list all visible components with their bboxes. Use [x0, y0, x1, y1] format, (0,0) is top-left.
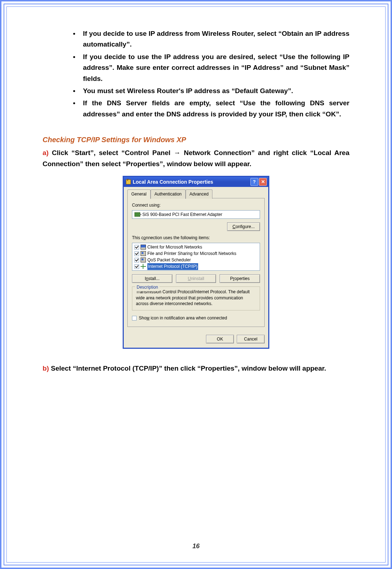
- list-item: If you decide to use IP address from Wir…: [73, 28, 349, 50]
- step-b: b) Select “Internet Protocol (TCP/IP)” t…: [43, 363, 349, 374]
- uninstall-button: Uninstall: [176, 274, 216, 283]
- list-item[interactable]: Client for Microsoft Networks: [132, 244, 260, 250]
- help-icon: ?: [253, 178, 256, 186]
- cancel-button[interactable]: Cancel: [237, 335, 265, 343]
- connect-using-label: Connect using:: [132, 202, 260, 209]
- checkbox-icon[interactable]: [134, 251, 139, 256]
- connection-items-list[interactable]: Client for Microsoft Networks File and P…: [132, 243, 260, 271]
- checkbox-icon[interactable]: [134, 245, 139, 250]
- item-label: File and Printer Sharing for Microsoft N…: [147, 250, 236, 257]
- section-heading: Checking TCP/IP Settings for Windows XP: [43, 134, 349, 145]
- step-b-label: b): [43, 365, 49, 372]
- description-text: Transmission Control Protocol/Internet P…: [136, 289, 256, 307]
- service-icon: [141, 251, 146, 256]
- connection-properties-dialog: Local Area Connection Properties ? ✕ Gen…: [123, 176, 269, 349]
- tab-authentication[interactable]: Authentication: [151, 189, 186, 199]
- list-item[interactable]: QoS Packet Scheduler: [132, 257, 260, 263]
- help-button[interactable]: ?: [250, 178, 258, 186]
- close-icon: ✕: [261, 178, 265, 186]
- item-label: Client for Microsoft Networks: [147, 244, 202, 251]
- ok-button[interactable]: OK: [206, 335, 234, 343]
- checkbox-icon[interactable]: [134, 264, 139, 269]
- adapter-name: SiS 900-Based PCI Fast Ethernet Adapter: [142, 211, 222, 218]
- page-outer-border: If you decide to use IP address from Wir…: [0, 0, 392, 569]
- item-label: Internet Protocol (TCP/IP): [147, 263, 198, 270]
- page-inner-border: If you decide to use IP address from Wir…: [6, 6, 386, 563]
- connection-icon: [126, 179, 131, 184]
- tab-advanced[interactable]: Advanced: [186, 189, 212, 199]
- dialog-title: Local Area Connection Properties: [133, 178, 213, 186]
- item-label: QoS Packet Scheduler: [147, 257, 191, 264]
- step-a: a) Click “Start”, select “Control Panel …: [43, 148, 349, 169]
- description-group: Description Transmission Control Protoco…: [132, 286, 260, 310]
- adapter-field[interactable]: SiS 900-Based PCI Fast Ethernet Adapter: [132, 210, 260, 219]
- page-mid-border: If you decide to use IP address from Wir…: [4, 4, 388, 565]
- list-item: If you decide to use the IP address you …: [73, 52, 349, 84]
- service-icon: [141, 257, 146, 262]
- close-button[interactable]: ✕: [259, 178, 267, 186]
- page-number: 16: [7, 543, 385, 550]
- checkbox-icon[interactable]: [134, 258, 139, 262]
- show-icon-checkbox[interactable]: Show icon in notification area when conn…: [132, 315, 260, 322]
- nic-icon: [134, 212, 140, 217]
- dialog-titlebar[interactable]: Local Area Connection Properties ? ✕: [124, 177, 268, 187]
- install-button[interactable]: Install...: [132, 274, 172, 283]
- show-icon-label: Show icon in notification area when conn…: [139, 315, 227, 322]
- tab-panel-general: Connect using: SiS 900-Based PCI Fast Et…: [127, 198, 265, 327]
- checkbox-icon[interactable]: [132, 316, 137, 320]
- description-legend: Description: [135, 284, 160, 291]
- list-item: You must set Wireless Router's IP addres…: [73, 86, 349, 96]
- list-item[interactable]: File and Printer Sharing for Microsoft N…: [132, 250, 260, 257]
- step-a-label: a): [43, 149, 49, 156]
- list-item[interactable]: Internet Protocol (TCP/IP): [132, 263, 260, 270]
- tab-general[interactable]: General: [127, 189, 151, 199]
- client-icon: [141, 245, 146, 250]
- properties-button[interactable]: Properties: [220, 274, 260, 283]
- step-b-text: Select “Internet Protocol (TCP/IP)” then…: [49, 365, 326, 372]
- list-item: If the DNS Server fields are empty, sele…: [73, 98, 349, 120]
- bullet-list: If you decide to use IP address from Wir…: [73, 28, 349, 120]
- items-label: This connection uses the following items…: [132, 235, 260, 241]
- configure-button[interactable]: Configure...: [227, 222, 260, 231]
- protocol-icon: [141, 264, 146, 269]
- step-a-text: Click “Start”, select “Control Panel → N…: [43, 149, 349, 167]
